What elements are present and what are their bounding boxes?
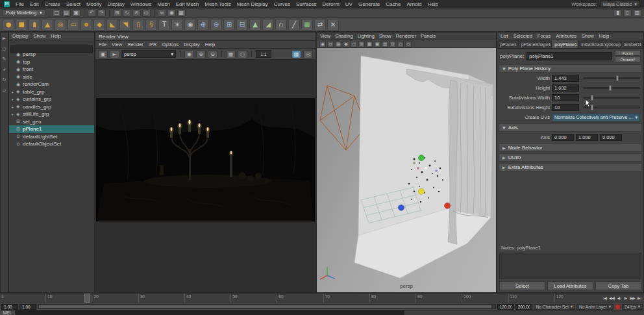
menu-windows[interactable]: Windows [130, 1, 151, 7]
vp-menu-panels[interactable]: Panels [421, 33, 436, 39]
camera-select-icon[interactable]: ◉ [319, 41, 326, 47]
play-button[interactable]: ▶ [623, 296, 629, 300]
image-plane-icon[interactable]: ▭ [351, 41, 357, 47]
animation-end-field[interactable] [515, 304, 532, 310]
render-camera-select[interactable]: persp ▾ [121, 50, 176, 58]
range-slider-handle[interactable] [39, 305, 491, 308]
tab-lambert1[interactable]: lambert1 [621, 40, 643, 48]
copy-tab-button[interactable]: Copy Tab [595, 281, 641, 290]
rotate-tool-icon[interactable]: ↻ [1, 77, 8, 84]
scale-tool-icon[interactable]: ▱ [1, 87, 8, 94]
axis-x-field[interactable] [552, 134, 574, 141]
mel-toggle[interactable]: MEL [0, 310, 16, 315]
step-back-button[interactable]: ◀◀ [609, 296, 615, 300]
step-forward-button[interactable]: ▶▶ [629, 296, 636, 300]
create-uvs-select[interactable]: Normalize Collectively and Preserve Aspe… [552, 114, 640, 121]
tab-pplaneshape1[interactable]: pPlaneShape1 [519, 40, 552, 48]
grid-icon[interactable]: ▦ [366, 41, 373, 47]
height-field[interactable] [552, 84, 579, 92]
outliner-item-candles-grp[interactable]: ▸◈candles_grp [9, 103, 94, 111]
ae-menu-attributes[interactable]: Attributes [556, 33, 576, 39]
slider-handle[interactable] [609, 85, 612, 91]
anim-layer-select[interactable]: No Anim Layer ▾ [576, 304, 613, 310]
menu-deform[interactable]: Deform [323, 1, 340, 7]
close-shelf-icon[interactable]: × [327, 19, 339, 31]
section-uuid[interactable]: ▶ UUID [499, 153, 642, 162]
ae-menu-help[interactable]: Help [599, 33, 609, 39]
menu-surfaces[interactable]: Surfaces [296, 1, 317, 7]
workspace-select[interactable]: Maya Classic ▾ [600, 1, 640, 7]
separate-icon[interactable]: ⊟ [236, 19, 248, 31]
presets-button[interactable]: Presets* [615, 57, 641, 62]
exposure-icon[interactable]: ◎ [303, 50, 313, 58]
polyprism-icon[interactable]: ◥ [119, 19, 131, 31]
rv-menu-render[interactable]: Render [127, 42, 143, 47]
undo-icon[interactable]: ↶ [88, 9, 96, 17]
outliner-item-stilllife-grp[interactable]: ▸◈stillLife_grp [9, 110, 94, 118]
redo-render-icon[interactable]: ▣ [98, 50, 108, 58]
menu-display[interactable]: Display [108, 1, 125, 7]
extrude-icon[interactable]: ▲ [249, 19, 261, 31]
rv-menu-options[interactable]: Options [162, 42, 179, 47]
polyplane-icon[interactable]: ▭ [68, 19, 79, 31]
tab-polyplane1[interactable]: polyPlane1 [552, 40, 578, 48]
play-backwards-button[interactable]: ◀ [615, 296, 622, 300]
bridge-icon[interactable]: ∩ [275, 19, 287, 31]
vp-menu-show[interactable]: Show [379, 33, 391, 39]
vp-menu-view[interactable]: View [320, 33, 330, 39]
menu-edit[interactable]: Edit [30, 1, 39, 7]
vp-menu-renderer[interactable]: Renderer [396, 33, 416, 39]
menu-help[interactable]: Help [428, 1, 438, 7]
outliner-item-defaultlightset[interactable]: ⊙defaultLightSet [9, 133, 94, 141]
outliner-item-front[interactable]: ◉front [9, 66, 94, 73]
outliner-item-curtains-grp[interactable]: ▸◈curtains_grp [9, 95, 94, 103]
paint-select-tool-icon[interactable]: ✎ [1, 56, 8, 63]
width-slider[interactable] [583, 77, 640, 79]
combine-icon[interactable]: ⊞ [223, 19, 235, 31]
character-set-select[interactable]: No Character Set ▾ [534, 304, 575, 310]
outliner-menu-help[interactable]: Help [51, 33, 60, 39]
polycone-icon[interactable]: ▲ [42, 19, 53, 31]
keep-image-icon[interactable]: ⊕ [196, 50, 206, 58]
viewport-view[interactable]: persp [317, 48, 496, 292]
playback-start-field[interactable] [19, 304, 36, 310]
node-name-field[interactable] [526, 52, 612, 60]
slider-handle[interactable] [616, 75, 619, 81]
menu-curves[interactable]: Curves [274, 1, 290, 7]
render-settings-icon[interactable]: ▦ [177, 9, 186, 17]
snapshot-icon[interactable]: ◉ [184, 50, 194, 58]
menu-modify[interactable]: Modify [86, 1, 102, 7]
snap-point-icon[interactable]: ⊙ [132, 9, 141, 17]
outliner-menu-display[interactable]: Display [12, 33, 29, 39]
film-gate-icon[interactable]: ▣ [374, 41, 380, 47]
section-node-behavior[interactable]: ▶ Node Behavior [499, 144, 642, 152]
menu-mesh-display[interactable]: Mesh Display [237, 1, 268, 7]
platonic-solid-icon[interactable]: ◆ [93, 19, 105, 31]
vp-menu-lighting[interactable]: Lighting [358, 33, 375, 39]
ae-menu-focus[interactable]: Focus [538, 33, 551, 39]
ipr-render-icon[interactable]: ► [110, 50, 119, 58]
menu-select[interactable]: Select [66, 1, 80, 7]
axis-y-field[interactable] [576, 134, 598, 141]
snap-plane-icon[interactable]: ▭ [142, 9, 151, 17]
menu-arnold[interactable]: Arnold [406, 1, 421, 7]
focus-button[interactable]: Focus [615, 50, 641, 56]
menu-uv[interactable]: UV [345, 1, 353, 7]
mirror-icon[interactable]: ⇄ [314, 19, 326, 31]
ae-menu-show[interactable]: Show [582, 33, 594, 39]
current-time-marker[interactable] [84, 294, 90, 303]
polycube-icon[interactable]: ■ [16, 19, 27, 31]
ae-menu-list[interactable]: List [501, 33, 508, 39]
playback-end-field[interactable] [497, 304, 514, 310]
subdivisions-width-field[interactable] [552, 94, 579, 101]
polysphere-icon[interactable]: ● [3, 19, 14, 31]
polypyramid-icon[interactable]: ◣ [106, 19, 118, 31]
menu-cache[interactable]: Cache [386, 1, 401, 7]
outliner-item-persp[interactable]: ◉persp [9, 51, 94, 58]
tool-settings-toggle-icon[interactable]: ▮ [613, 9, 622, 17]
subdivisions-height-slider[interactable] [583, 107, 640, 108]
channel-box-toggle-icon[interactable]: ▥ [633, 9, 641, 17]
rv-menu-file[interactable]: File [99, 42, 106, 47]
polypipe-icon[interactable]: ▯ [132, 19, 144, 31]
vp-menu-shading[interactable]: Shading [335, 33, 353, 39]
